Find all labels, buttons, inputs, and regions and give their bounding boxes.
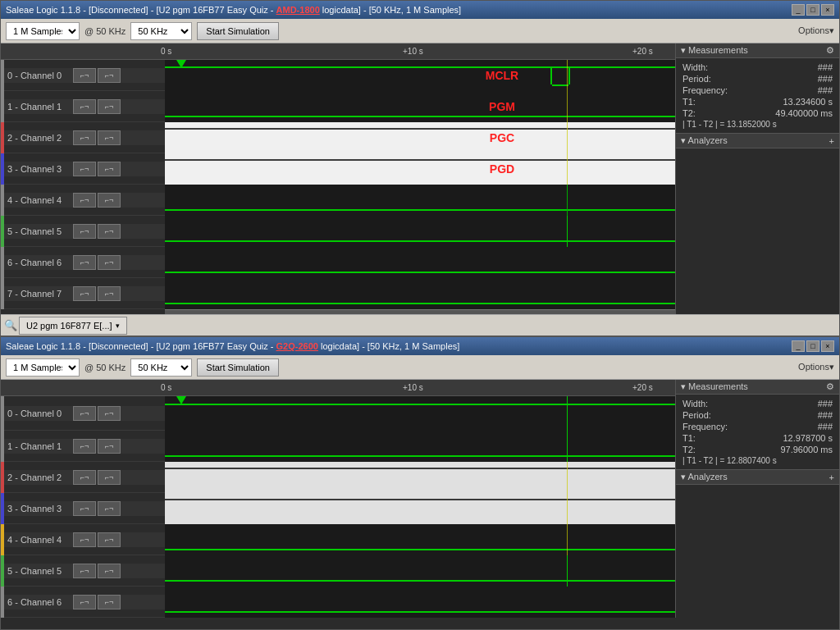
ctrl-btn-5-2b[interactable]: ⌐¬ — [98, 564, 121, 578]
channel-label-7-1: 7 - Channel 7 ⌐¬ ⌐¬ — [4, 286, 165, 301]
title-suffix-1: logicdata] - [50 KHz, 1 M Samples] — [320, 5, 461, 15]
ctrl-btn-1-2a[interactable]: ⌐¬ — [73, 439, 96, 454]
channel-label-6-2: 6 - Channel 6 ⌐¬ ⌐¬ — [4, 595, 165, 609]
ctrl-btn-2-1b[interactable]: ⌐¬ — [98, 130, 121, 145]
channel-name-4-1: 4 - Channel 4 — [7, 195, 73, 205]
close-button-1[interactable]: × — [821, 4, 834, 16]
vmark-0-2 — [567, 396, 568, 431]
ctrl-btn-3-1a[interactable]: ⌐¬ — [73, 162, 96, 176]
freq-select-1[interactable]: 50 KHz — [130, 22, 192, 40]
window-1: Saleae Logic 1.1.8 - [Disconnected] - [U… — [0, 0, 840, 336]
options-button-2[interactable]: Options▾ — [798, 362, 834, 372]
ctrl-btn-6-2b[interactable]: ⌐¬ — [98, 595, 121, 609]
restore-button-2[interactable]: □ — [806, 340, 819, 352]
tab-1[interactable]: U2 pgm 16F877 E[...] ▾ — [19, 317, 127, 335]
ctrl-btn-4-1b[interactable]: ⌐¬ — [98, 193, 121, 208]
minimize-button-1[interactable]: _ — [792, 4, 805, 16]
ctrl-btn-0-2a[interactable]: ⌐¬ — [73, 406, 96, 421]
ctrl-btn-0-1b[interactable]: ⌐¬ — [98, 68, 121, 83]
cursor-3-2 — [567, 493, 568, 524]
channel-label-5-2: 5 - Channel 5 ⌐¬ ⌐¬ — [4, 564, 165, 578]
ctrl-btn-4-2b[interactable]: ⌐¬ — [98, 532, 121, 547]
ctrl-btn-3-2a[interactable]: ⌐¬ — [73, 501, 96, 516]
channel-label-1-1: 1 - Channel 1 ⌐¬ ⌐¬ — [4, 99, 165, 114]
options-button-1[interactable]: Options▾ — [798, 25, 834, 36]
analyzers-title-1: ▾ Analyzers — [681, 135, 728, 146]
meas-width-1: Width: ### — [676, 62, 839, 73]
cursor-1-1b — [567, 91, 568, 122]
channel-controls-0-1: ⌐¬ ⌐¬ — [73, 68, 121, 83]
title-bar-1: Saleae Logic 1.1.8 - [Disconnected] - [U… — [1, 1, 839, 19]
analyzers-plus-1[interactable]: + — [829, 136, 834, 146]
ctrl-btn-2-1a[interactable]: ⌐¬ — [73, 130, 96, 145]
channel-label-1-2: 1 - Channel 1 ⌐¬ ⌐¬ — [4, 439, 165, 454]
channel-label-3-2: 3 - Channel 3 ⌐¬ ⌐¬ — [4, 501, 165, 516]
toolbar-2: 1 M Samples @ 50 KHz 50 KHz Start Simula… — [1, 355, 839, 380]
channel-name-0-2: 0 - Channel 0 — [7, 409, 73, 418]
channel-name-7-1: 7 - Channel 7 — [7, 289, 73, 299]
channel-name-5-2: 5 - Channel 5 — [7, 566, 73, 576]
ctrl-btn-0-1a[interactable]: ⌐¬ — [73, 68, 96, 83]
restore-button-1[interactable]: □ — [806, 4, 819, 16]
channel-name-3-2: 3 - Channel 3 — [7, 504, 73, 514]
samples-select-2[interactable]: 1 M Samples — [6, 358, 80, 377]
ctrl-btn-5-1b[interactable]: ⌐¬ — [98, 224, 121, 239]
vmark-5-1 — [567, 216, 568, 247]
tab-label-1: U2 pgm 16F877 E[...] — [26, 321, 112, 331]
cursor-2-2 — [567, 462, 568, 493]
channel-name-4-2: 4 - Channel 4 — [7, 535, 73, 545]
ctrl-btn-6-2a[interactable]: ⌐¬ — [73, 595, 96, 609]
analyzers-header-1: ▾ Analyzers + — [676, 133, 839, 148]
start-simulation-button-2[interactable]: Start Simulation — [197, 358, 279, 377]
channel-label-5-1: 5 - Channel 5 ⌐¬ ⌐¬ — [4, 224, 165, 239]
ctrl-btn-7-1b[interactable]: ⌐¬ — [98, 286, 121, 301]
ctrl-btn-6-1b[interactable]: ⌐¬ — [98, 255, 121, 270]
analyzers-plus-2[interactable]: + — [829, 472, 834, 482]
channel-name-3-1: 3 - Channel 3 — [7, 164, 73, 174]
ctrl-btn-5-2a[interactable]: ⌐¬ — [73, 564, 96, 578]
meas-freq-1: Frequency: ### — [676, 84, 839, 96]
ctrl-btn-3-2b[interactable]: ⌐¬ — [98, 501, 121, 516]
meas-diff-2: | T1 - T2 | = 12.8807400 s — [676, 455, 839, 466]
tab-dropdown-1[interactable]: ▾ — [116, 322, 120, 330]
ctrl-btn-2-2b[interactable]: ⌐¬ — [98, 470, 121, 485]
ctrl-btn-2-2a[interactable]: ⌐¬ — [73, 470, 96, 485]
ctrl-btn-4-1a[interactable]: ⌐¬ — [73, 193, 96, 208]
meas-t2-2: T2: 97.96000 ms — [676, 444, 839, 455]
cursor-3-1 — [567, 153, 568, 185]
measurements-title-1: ▾ Measurements — [681, 45, 748, 56]
ctrl-btn-1-2b[interactable]: ⌐¬ — [98, 439, 121, 454]
meas-t1-2: T1: 12.978700 s — [676, 432, 839, 444]
search-icon-1[interactable]: 🔍 — [4, 319, 17, 331]
start-simulation-button-1[interactable]: Start Simulation — [197, 22, 279, 40]
minimize-button-2[interactable]: _ — [792, 340, 805, 352]
ctrl-btn-1-1a[interactable]: ⌐¬ — [73, 99, 96, 114]
ctrl-btn-4-2a[interactable]: ⌐¬ — [73, 532, 96, 547]
at-label-2: @ 50 KHz — [84, 363, 126, 372]
ctrl-btn-5-1a[interactable]: ⌐¬ — [73, 224, 96, 239]
measurements-gear-2[interactable]: ⚙ — [826, 381, 834, 392]
right-panel-1: ▾ Measurements ⚙ Width: ### Period: ### … — [675, 43, 839, 319]
measurements-gear-1[interactable]: ⚙ — [826, 45, 834, 56]
ctrl-btn-6-1a[interactable]: ⌐¬ — [73, 255, 96, 270]
close-button-2[interactable]: × — [821, 340, 834, 352]
ctrl-btn-7-1a[interactable]: ⌐¬ — [73, 286, 96, 301]
ctrl-btn-0-2b[interactable]: ⌐¬ — [98, 406, 121, 421]
ctrl-btn-1-1b[interactable]: ⌐¬ — [98, 99, 121, 114]
channel-label-4-2: 4 - Channel 4 ⌐¬ ⌐¬ — [4, 532, 165, 547]
ctrl-btn-3-1b[interactable]: ⌐¬ — [98, 162, 121, 176]
channel-name-5-1: 5 - Channel 5 — [7, 226, 73, 236]
channel-name-0-1: 0 - Channel 0 — [7, 71, 73, 80]
meas-period-2: Period: ### — [676, 409, 839, 421]
meas-t1-1: T1: 13.234600 s — [676, 96, 839, 107]
meas-diff-1: | T1 - T2 | = 13.1852000 s — [676, 119, 839, 130]
analyzers-header-2: ▾ Analyzers + — [676, 469, 839, 485]
title-highlight-1: AMD-1800 — [276, 5, 320, 15]
vmark-4-1 — [567, 185, 568, 216]
title-text-2: Saleae Logic 1.1.8 - [Disconnected] - [U… — [6, 341, 792, 351]
freq-select-2[interactable]: 50 KHz — [130, 358, 192, 377]
pgm-label: PGM — [489, 100, 515, 113]
samples-select-1[interactable]: 1 M Samples — [6, 22, 80, 40]
window-controls-1: _ □ × — [792, 4, 834, 16]
window-controls-2: _ □ × — [792, 340, 834, 352]
